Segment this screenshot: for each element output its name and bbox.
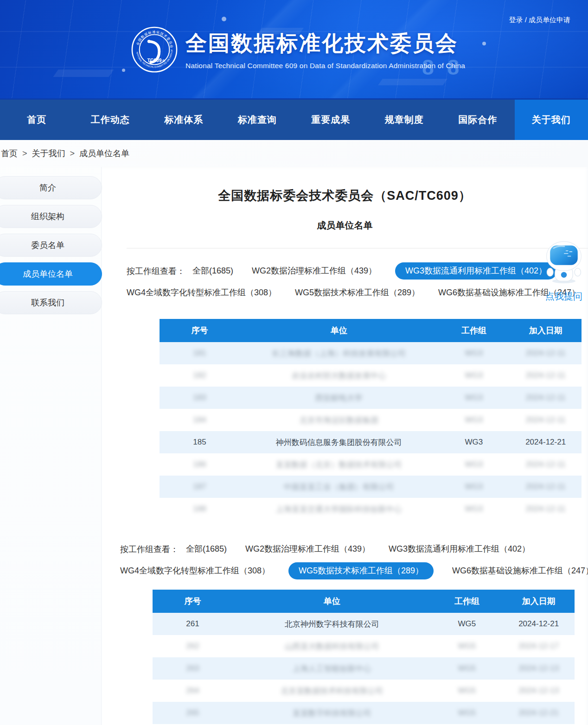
- cell-value: 263: [186, 664, 199, 673]
- cell-unit: 西安邮电大学: [240, 387, 438, 409]
- filter-option[interactable]: WG2数据治理标准工作组（439）: [245, 541, 370, 558]
- breadcrumb-item-首页[interactable]: 首页: [1, 148, 18, 159]
- filter-option[interactable]: WG5数据技术标准工作组（289）: [295, 284, 420, 301]
- sidebar-item-成员单位名单[interactable]: 成员单位名单: [0, 262, 102, 286]
- column-header: 加入日期: [503, 590, 575, 613]
- cell-value: 2024-12-13: [518, 686, 559, 695]
- assistant-widget[interactable]: 点我提问: [542, 241, 586, 303]
- filter-option[interactable]: WG5数据技术标准工作组（289）: [288, 562, 434, 579]
- cell-value: 182: [193, 371, 206, 380]
- cell-workgroup: WG3: [438, 431, 510, 453]
- cell-value: 2024-12-17: [518, 642, 559, 650]
- cell-value: WG5: [458, 619, 476, 628]
- filter-option[interactable]: 全部(1685): [186, 541, 227, 558]
- banner-deco-dot: [482, 42, 486, 45]
- table-row: 185神州数码信息服务集团股份有限公司WG32024-12-21: [160, 431, 582, 453]
- filter-option[interactable]: WG3数据流通利用标准工作组（402）: [389, 541, 530, 558]
- cell-value: 187: [193, 482, 206, 491]
- cell-unit: 上海某某交通大学国际科技创新中心: [240, 498, 438, 520]
- cell-workgroup: WG3: [438, 342, 510, 364]
- auth-links[interactable]: 登录 / 成员单位申请: [509, 16, 570, 25]
- sidebar-item-简介[interactable]: 简介: [0, 176, 102, 199]
- breadcrumb-item-关于我们[interactable]: 关于我们: [32, 148, 65, 159]
- nav-item-标准体系[interactable]: 标准体系: [147, 100, 221, 140]
- table-row: 186某某数据（北京）数据技术有限公司WG32024-12-11: [160, 453, 582, 476]
- filter-option[interactable]: WG6数据基础设施标准工作组（247）: [452, 562, 588, 579]
- filter-option[interactable]: 全部(1685): [192, 262, 233, 280]
- column-header: 序号: [160, 319, 240, 342]
- content-panel: 全国数据标委会技术委员会（SAC/TC609） 成员单位名单 按工作组查看：全部…: [101, 167, 588, 725]
- cell-value: 265: [186, 708, 199, 717]
- table-row: 182农业农村部大数据发展中心WG32024-12-11: [160, 364, 582, 387]
- cell-value: 西安邮电大学: [315, 394, 363, 402]
- cell-value: 264: [186, 686, 199, 695]
- cell-value: 山西某大数据科技有限公司: [285, 642, 379, 651]
- cell-value: 186: [193, 460, 206, 469]
- sidebar-item-组织架构[interactable]: 组织架构: [0, 205, 102, 228]
- banner-deco-shape: [378, 79, 447, 85]
- cell-value: 农业农村部大数据发展中心: [292, 371, 386, 380]
- cell-value: 某某数字科技有限公司: [293, 709, 371, 718]
- breadcrumb: 首页>关于我们>成员单位名单: [0, 140, 588, 167]
- filter-option[interactable]: WG4全域数字化转型标准工作组（308）: [120, 562, 270, 579]
- filter-option[interactable]: WG3数据流通利用标准工作组（402）: [395, 262, 557, 280]
- sidebar-item-委员名单[interactable]: 委员名单: [0, 234, 102, 257]
- cell-value: 2024-12-11: [526, 371, 566, 380]
- filter-row: 按工作组查看：全部(1685)WG2数据治理标准工作组（439）WG3数据流通利…: [120, 541, 588, 558]
- table-row: 264北京某数据技术科技有限公司WG52024-12-13: [153, 680, 575, 702]
- table-row: 261北京神州数字科技有限公司WG52024-12-21: [153, 613, 575, 635]
- cell-value: 262: [186, 642, 199, 650]
- cell-value: 北京市海淀区数据集团: [300, 416, 378, 425]
- cell-unit: 北京神州数字科技有限公司: [233, 613, 431, 635]
- robot-icon[interactable]: [543, 241, 584, 286]
- cell-workgroup: WG5: [431, 635, 503, 657]
- column-header: 序号: [153, 590, 233, 613]
- cell-workgroup: WG5: [431, 613, 503, 635]
- nav-item-国际合作[interactable]: 国际合作: [441, 100, 515, 140]
- cell-date: 2024-12-21: [503, 613, 575, 635]
- filter-option[interactable]: WG4全域数字化转型标准工作组（308）: [127, 284, 276, 301]
- cell-date: 2024-12-11: [510, 498, 582, 520]
- cell-no: 264: [153, 680, 233, 702]
- nav-item-关于我们[interactable]: 关于我们: [515, 100, 588, 140]
- cell-value: 2024-12-21: [518, 708, 559, 717]
- filter-row: WG4全域数字化转型标准工作组（308）WG5数据技术标准工作组（289）WG6…: [127, 284, 588, 301]
- cell-no: 265: [153, 702, 233, 724]
- cell-unit: 某某数据（北京）数据技术有限公司: [240, 453, 438, 476]
- nav-item-首页[interactable]: 首页: [0, 100, 74, 140]
- cell-value: 长三角数据（上海）科技发展有限公司: [272, 349, 406, 358]
- breadcrumb-item-成员单位名单[interactable]: 成员单位名单: [79, 148, 129, 159]
- workgroup-filter: 按工作组查看：全部(1685)WG2数据治理标准工作组（439）WG3数据流通利…: [120, 541, 588, 579]
- cell-value: 181: [193, 349, 206, 357]
- nav-item-规章制度[interactable]: 规章制度: [368, 100, 441, 140]
- cell-workgroup: WG5: [431, 657, 503, 680]
- filter-label: 按工作组查看：: [120, 544, 179, 555]
- cell-unit: 神州数码信息服务集团股份有限公司: [240, 431, 438, 453]
- cell-workgroup: WG3: [438, 409, 510, 431]
- cell-unit: 长三角数据（上海）科技发展有限公司: [240, 342, 438, 364]
- cell-date: 2024-12-21: [510, 431, 582, 453]
- table-row: 188上海某某交通大学国际科技创新中心WG32024-12-11: [160, 498, 582, 520]
- assistant-label[interactable]: 点我提问: [542, 290, 586, 303]
- cell-workgroup: WG3: [438, 498, 510, 520]
- cell-value: 2024-12-11: [526, 415, 566, 424]
- nav-item-工作动态[interactable]: 工作动态: [74, 100, 147, 140]
- breadcrumb-separator: >: [70, 149, 75, 159]
- cell-no: 184: [160, 409, 240, 431]
- cell-unit: 北京市海淀区数据集团: [240, 409, 438, 431]
- sidebar-item-联系我们[interactable]: 联系我们: [0, 291, 102, 314]
- table-row: 263上海人工智能创新中心WG52024-12-13: [153, 657, 575, 680]
- member-table: 序号单位工作组加入日期181长三角数据（上海）科技发展有限公司WG32024-1…: [160, 319, 582, 520]
- cell-date: 2024-12-11: [510, 409, 582, 431]
- brand: 全国数据标准化技术委员会 NATIONAL TECHNICAL COMMITTE…: [131, 26, 465, 73]
- cell-value: 某某数据（北京）数据技术有限公司: [276, 460, 402, 469]
- cell-workgroup: WG3: [438, 476, 510, 498]
- table-row: 181长三角数据（上海）科技发展有限公司WG32024-12-11: [160, 342, 582, 364]
- nav-item-标准查询[interactable]: 标准查询: [221, 100, 294, 140]
- nav-item-重要成果[interactable]: 重要成果: [294, 100, 368, 140]
- cell-value: WG5: [458, 664, 476, 673]
- cell-value: WG3: [465, 438, 483, 446]
- cell-no: 262: [153, 635, 233, 657]
- table-row: 265某某数字科技有限公司WG52024-12-21: [153, 702, 575, 724]
- filter-option[interactable]: WG2数据治理标准工作组（439）: [252, 262, 377, 280]
